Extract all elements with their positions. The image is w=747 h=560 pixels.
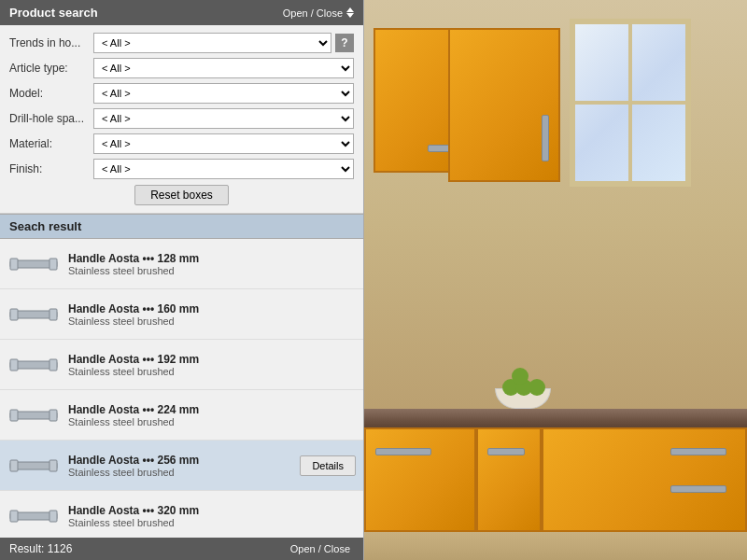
filter-select-0[interactable]: < All > [93,33,331,53]
handle-image-1 [7,297,59,332]
handle-icon-3 [8,399,59,431]
item-info-2: Handle Aosta ••• 192 mm Stainless steel … [68,353,356,377]
item-sub-2: Stainless steel brushed [68,366,356,377]
list-item[interactable]: Handle Aosta ••• 256 mm Stainless steel … [0,441,363,491]
lower-cabinet-2 [476,427,542,532]
handle-icon-1 [8,299,59,330]
svg-rect-14 [49,460,57,471]
footer-open-close-label: Open / Close [290,543,350,554]
kitchen-floor [364,532,747,560]
filter-row-5: Finish: < All > [9,159,354,179]
lower-cabinet-1-handle [375,448,431,455]
result-header: Seach result [0,214,363,239]
details-button[interactable]: Details [300,455,356,476]
handle-icon-5 [8,500,59,532]
help-button-0[interactable]: ? [335,34,354,52]
lower-cabinet-3-handle-bottom [670,485,726,493]
filter-label-1: Article type: [9,62,93,75]
filter-select-3[interactable]: < All > [93,108,354,129]
lower-cabinet-3-handle-top [670,448,726,455]
filter-row-1: Article type: < All > [9,58,354,78]
item-sub-1: Stainless steel brushed [68,315,356,327]
list-item[interactable]: Handle Aosta ••• 160 mm Stainless steel … [0,289,363,340]
svg-rect-4 [10,309,18,320]
filter-select-wrap-3: < All > [93,108,354,129]
panel-footer: Result: 1126 Open / Close [0,538,363,560]
header-open-close[interactable]: Open / Close [283,7,354,19]
window-frame-horizontal [575,101,685,105]
item-sub-3: Stainless steel brushed [68,416,356,427]
svg-rect-16 [10,511,18,522]
list-item[interactable]: Handle Aosta ••• 320 mm Stainless steel … [0,491,363,538]
handle-image-0 [7,246,59,282]
filter-label-5: Finish: [9,162,93,175]
handle-image-4 [7,448,59,483]
filter-select-5[interactable]: < All > [93,159,354,179]
kitchen-window [570,19,691,187]
filter-row-4: Material: < All > [9,133,354,154]
handle-icon-2 [8,349,59,381]
lower-cabinet-area [364,427,747,532]
apple-3 [529,379,545,396]
list-item[interactable]: Handle Aosta ••• 224 mm Stainless steel … [0,390,363,441]
item-sub-0: Stainless steel brushed [68,265,356,276]
filter-select-wrap-2: < All > [93,83,354,104]
filter-select-wrap-1: < All > [93,58,354,78]
result-count: Result: 1126 [9,542,72,555]
item-sub-5: Stainless steel brushed [68,517,356,528]
handle-image-3 [7,398,59,433]
kitchen-preview [364,0,747,560]
footer-open-close[interactable]: Open / Close [290,543,354,554]
filter-select-1[interactable]: < All > [93,58,354,78]
list-item[interactable]: Handle Aosta ••• 128 mm Stainless steel … [0,239,363,289]
item-title-2: Handle Aosta ••• 192 mm [68,353,356,366]
handle-image-5 [7,498,59,534]
svg-rect-10 [10,410,18,421]
item-title-1: Handle Aosta ••• 160 mm [68,302,356,315]
handle-image-2 [7,347,59,383]
filter-label-0: Trends in ho... [9,36,93,49]
filter-select-2[interactable]: < All > [93,83,354,104]
triangle-up-icon [346,7,354,12]
open-close-label: Open / Close [283,7,343,19]
handle-icon-4 [8,450,59,482]
item-info-5: Handle Aosta ••• 320 mm Stainless steel … [68,504,356,528]
filter-row-3: Drill-hole spa... < All > [9,108,354,129]
header-updown-icon [346,7,354,18]
kitchen-scene [364,0,747,560]
reset-boxes-button[interactable]: Reset boxes [134,185,229,205]
item-title-0: Handle Aosta ••• 128 mm [68,252,356,265]
list-item[interactable]: Handle Aosta ••• 192 mm Stainless steel … [0,340,363,390]
item-info-0: Handle Aosta ••• 128 mm Stainless steel … [68,252,356,276]
filter-select-wrap-5: < All > [93,159,354,179]
triangle-down-icon [346,13,354,18]
reset-row: Reset boxes [9,185,354,205]
filter-select-wrap-0: < All > ? [93,33,354,53]
panel-title: Product search [9,6,98,20]
filter-select-wrap-4: < All > [93,133,354,154]
bowl-area [495,388,551,409]
item-title-3: Handle Aosta ••• 224 mm [68,403,356,416]
result-list[interactable]: Handle Aosta ••• 128 mm Stainless steel … [0,239,363,538]
filter-row-0: Trends in ho... < All > ? [9,33,354,53]
filter-label-3: Drill-hole spa... [9,112,93,125]
search-header: Product search Open / Close [0,0,363,25]
svg-rect-17 [49,511,57,522]
filter-select-4[interactable]: < All > [93,133,354,154]
lower-cabinet-2-handle [487,448,525,455]
svg-rect-2 [49,259,57,270]
svg-rect-5 [49,309,57,320]
handle-icon-0 [8,248,59,280]
svg-rect-1 [10,259,18,270]
lower-cabinet-1 [364,427,476,532]
filter-row-2: Model: < All > [9,83,354,104]
svg-rect-11 [49,410,57,421]
upper-cabinet-right [448,28,560,182]
item-info-1: Handle Aosta ••• 160 mm Stainless steel … [68,302,356,327]
item-title-5: Handle Aosta ••• 320 mm [68,504,356,517]
apple-4 [512,368,529,385]
lower-cabinet-3 [542,427,747,532]
worktop [364,409,747,429]
filter-label-2: Model: [9,87,93,100]
svg-rect-7 [10,359,18,371]
